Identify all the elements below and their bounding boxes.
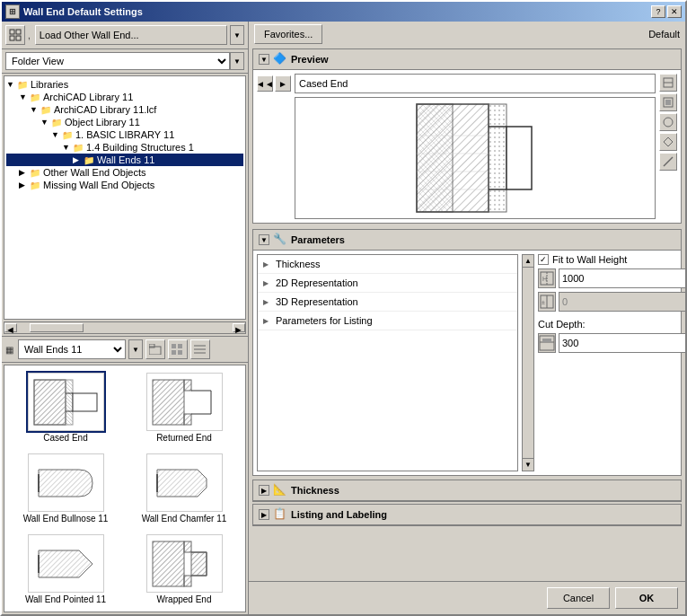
tree-item-archicad11[interactable]: ▼ 📁 ArchiCAD Library 11 xyxy=(6,91,243,103)
vscroll-up[interactable]: ▲ xyxy=(523,255,533,268)
tree-label-archicad11: ArchiCAD Library 11 xyxy=(43,92,133,102)
folder-view-row: Folder View ▼ xyxy=(2,49,248,74)
preview-side-btn1[interactable] xyxy=(659,74,677,92)
library-tree[interactable]: ▼ 📁 Libraries ▼ 📁 ArchiCAD Library 11 ▼ … xyxy=(4,75,246,320)
params-vscrollbar[interactable]: ▲ ▼ xyxy=(522,254,534,471)
preview-side-btn5[interactable] xyxy=(659,153,677,171)
preview-side-btn4[interactable] xyxy=(659,133,677,151)
listing-section: ▶ 📋 Listing and Labeling xyxy=(252,504,682,526)
expand-objlib[interactable]: ▼ xyxy=(40,118,51,127)
wall-list-btn[interactable] xyxy=(168,339,188,359)
param-thickness-arrow: ▶ xyxy=(263,260,272,268)
folder-view-dropdown[interactable]: ▼ xyxy=(230,52,244,70)
expand-missing[interactable]: ▶ xyxy=(19,180,30,189)
param-thickness-label: Thickness xyxy=(276,259,321,269)
tree-label-missing: Missing Wall End Objects xyxy=(43,180,154,190)
thickness-header[interactable]: ▶ 📐 Thickness xyxy=(253,480,681,501)
preview-current-name: Cased End xyxy=(299,78,348,89)
close-button[interactable]: ✕ xyxy=(667,5,682,18)
height-input[interactable] xyxy=(559,268,687,288)
param-2d[interactable]: ▶ 2D Representation xyxy=(258,274,517,293)
preview-prev-btn[interactable]: ◄◄ xyxy=(257,75,273,92)
grid-icon-btn[interactable] xyxy=(5,25,25,45)
svg-rect-3 xyxy=(16,36,21,40)
svg-rect-36 xyxy=(184,541,191,552)
preview-side-btn3[interactable] xyxy=(659,113,677,131)
object-item-cased-end[interactable]: Cased End xyxy=(8,369,123,446)
listing-header[interactable]: ▶ 📋 Listing and Labeling xyxy=(253,505,681,525)
hscroll-right[interactable]: ► xyxy=(233,323,245,332)
listing-toggle[interactable]: ▶ xyxy=(259,509,269,520)
wall-select-dropdown[interactable]: ▼ xyxy=(128,339,143,359)
tree-label-libraries: Libraries xyxy=(31,79,68,90)
svg-line-62 xyxy=(664,157,673,166)
svg-rect-41 xyxy=(191,552,207,576)
params-list[interactable]: ▶ Thickness ▶ 2D Representation ▶ 3D Rep… xyxy=(257,254,518,471)
preview-toggle[interactable]: ▼ xyxy=(259,54,269,65)
fit-to-wall-checkbox[interactable]: ✓ xyxy=(538,254,549,265)
expand-libraries[interactable]: ▼ xyxy=(6,80,17,89)
preview-thumb xyxy=(295,97,656,219)
tree-item-buildstruct[interactable]: ▼ 📁 1.4 Building Structures 1 xyxy=(6,141,243,154)
params-toggle[interactable]: ▼ xyxy=(259,234,269,245)
offset-input[interactable] xyxy=(559,292,687,312)
expand-wallends11[interactable]: ▶ xyxy=(73,155,84,164)
cut-depth-icon xyxy=(538,333,556,353)
folder-view-select[interactable]: Folder View xyxy=(5,52,230,70)
tree-item-objlib[interactable]: ▼ 📁 Object Library 11 xyxy=(6,116,243,128)
preview-next-btn[interactable]: ► xyxy=(275,75,291,92)
bullnose-thumb xyxy=(28,453,104,512)
hscroll-left[interactable]: ◄ xyxy=(4,323,17,332)
favorites-button[interactable]: Favorites... xyxy=(254,24,322,44)
tree-label-basiclib: 1. BASIC LIBRARY 11 xyxy=(75,129,174,140)
fit-to-wall-label: Fit to Wall Height xyxy=(552,254,627,265)
expand-basiclib[interactable]: ▼ xyxy=(51,130,62,139)
bottom-bar: Cancel OK xyxy=(249,581,685,614)
svg-rect-0 xyxy=(10,30,14,34)
expand-lcf[interactable]: ▼ xyxy=(30,105,40,114)
preview-nav: ◄◄ ► xyxy=(257,74,291,219)
expand-archicad11[interactable]: ▼ xyxy=(19,92,30,101)
svg-text:H: H xyxy=(542,276,547,282)
preview-section-header[interactable]: ▼ 🔷 Preview xyxy=(253,49,681,70)
params-section-header[interactable]: ▼ 🔧 Parameters xyxy=(253,230,681,251)
param-thickness[interactable]: ▶ Thickness xyxy=(258,255,517,274)
thickness-toggle[interactable]: ▶ xyxy=(259,485,269,496)
window-title: Wall End Default Settings xyxy=(23,6,143,17)
object-item-bullnose[interactable]: Wall End Bullnose 11 xyxy=(8,450,123,527)
expand-other[interactable]: ▶ xyxy=(19,168,30,177)
tree-item-basiclib[interactable]: ▼ 📁 1. BASIC LIBRARY 11 xyxy=(6,128,243,141)
param-listing[interactable]: ▶ Parameters for Listing xyxy=(258,312,517,330)
toolbar-row: , Load Other Wall End... ▼ xyxy=(2,22,248,49)
right-top-bar: Favorites... Default xyxy=(249,22,685,47)
help-button[interactable]: ? xyxy=(651,5,665,18)
load-dropdown-arrow[interactable]: ▼ xyxy=(230,25,244,45)
tree-label-objlib: Object Library 11 xyxy=(65,117,140,128)
cut-depth-input[interactable] xyxy=(559,333,687,353)
offset-input-row: ± xyxy=(538,292,677,312)
object-item-pointed[interactable]: Wall End Pointed 11 xyxy=(8,531,123,608)
hscroll-thumb[interactable] xyxy=(30,323,84,332)
cancel-button[interactable]: Cancel xyxy=(547,587,610,609)
tree-item-missing[interactable]: ▶ 📁 Missing Wall End Objects xyxy=(6,179,243,191)
object-item-returned-end[interactable]: Returned End xyxy=(127,369,242,446)
tree-item-other[interactable]: ▶ 📁 Other Wall End Objects xyxy=(6,166,243,179)
ok-button[interactable]: OK xyxy=(615,587,678,609)
vscroll-down[interactable]: ▼ xyxy=(523,458,533,471)
wall-detail-btn[interactable] xyxy=(190,339,210,359)
tree-item-wallends11[interactable]: ▶ 📁 Wall Ends 11 xyxy=(6,154,243,166)
wall-ends-select[interactable]: Wall Ends 11 xyxy=(18,339,126,359)
thickness-section: ▶ 📐 Thickness xyxy=(252,480,682,502)
param-3d[interactable]: ▶ 3D Representation xyxy=(258,293,517,312)
tree-hscrollbar[interactable]: ◄ ► xyxy=(4,321,246,334)
wall-folder-btn[interactable] xyxy=(145,339,165,359)
object-item-chamfer[interactable]: Wall End Chamfer 11 xyxy=(127,450,242,527)
expand-buildstruct[interactable]: ▼ xyxy=(62,143,73,152)
folder-icon-basiclib: 📁 xyxy=(62,130,73,140)
tree-item-libraries[interactable]: ▼ 📁 Libraries xyxy=(6,78,243,91)
object-item-wrapped[interactable]: Wrapped End xyxy=(127,531,242,608)
tree-item-lcf[interactable]: ▼ 📁 ArchiCAD Library 11.lcf xyxy=(6,103,243,116)
preview-side-btn2[interactable] xyxy=(659,93,677,111)
chamfer-thumb xyxy=(146,453,223,512)
load-wall-end-button[interactable]: Load Other Wall End... xyxy=(35,25,227,45)
